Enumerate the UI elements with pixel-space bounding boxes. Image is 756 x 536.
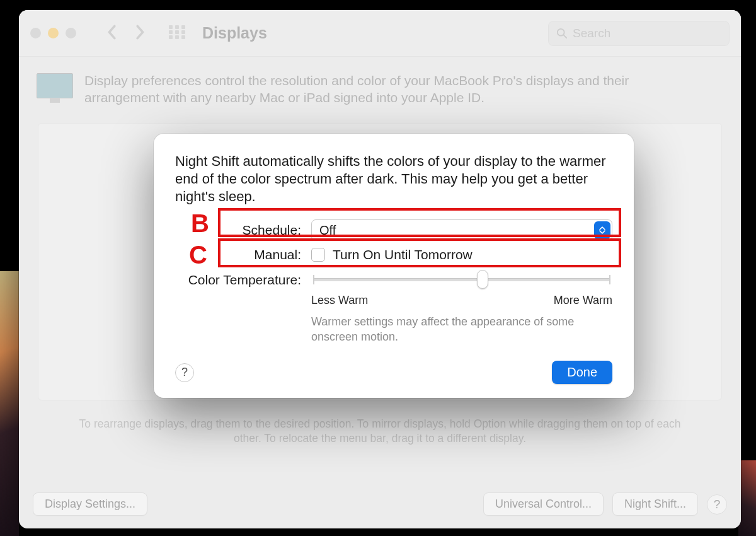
manual-checkbox[interactable]	[311, 248, 325, 262]
search-placeholder: Search	[573, 26, 610, 40]
annotation-label-c: C	[189, 241, 207, 269]
desktop-wallpaper-left	[0, 271, 19, 536]
slider-max-label: More Warm	[554, 294, 612, 307]
annotation-label-b: B	[191, 209, 209, 238]
svg-rect-6	[169, 35, 173, 39]
sheet-description: Night Shift automatically shifts the col…	[175, 153, 612, 206]
desktop-wallpaper-right	[738, 460, 756, 536]
svg-line-10	[564, 35, 567, 38]
slider-min-label: Less Warm	[311, 294, 368, 307]
forward-button[interactable]	[134, 25, 147, 42]
slider-tick-max	[609, 275, 610, 284]
header-description: Display preferences control the resoluti…	[84, 72, 702, 107]
window-zoom-button[interactable]	[66, 28, 76, 38]
night-shift-button[interactable]: Night Shift...	[612, 492, 698, 516]
color-temperature-row: Color Temperature: Less Warm More Warm W…	[175, 272, 612, 344]
sheet-help-button[interactable]: ?	[175, 363, 194, 382]
svg-rect-0	[169, 25, 173, 29]
select-stepper-icon	[594, 221, 610, 239]
manual-checkbox-label: Turn On Until Tomorrow	[333, 247, 472, 262]
svg-rect-3	[169, 30, 173, 34]
slider-thumb[interactable]	[477, 270, 488, 289]
schedule-select[interactable]: Off	[311, 219, 612, 241]
chevron-left-icon	[105, 25, 118, 40]
sheet-footer: ? Done	[175, 361, 612, 384]
color-temperature-label: Color Temperature:	[175, 272, 304, 288]
help-icon: ?	[714, 498, 721, 511]
window-close-button[interactable]	[30, 28, 41, 38]
window-minimize-button[interactable]	[48, 28, 59, 38]
help-button[interactable]: ?	[707, 494, 727, 515]
window-titlebar: Displays Search	[19, 10, 741, 57]
manual-row: Manual: Turn On Until Tomorrow	[175, 247, 612, 262]
color-temperature-slider[interactable]	[311, 272, 612, 288]
svg-rect-5	[181, 30, 185, 34]
show-all-button[interactable]	[168, 25, 193, 42]
help-icon: ?	[181, 366, 188, 379]
back-button[interactable]	[105, 25, 118, 42]
search-input[interactable]: Search	[548, 21, 730, 46]
schedule-select-wrap: Off	[311, 219, 612, 241]
displays-preferences-window: Displays Search Display preferences cont…	[19, 10, 741, 528]
svg-rect-8	[181, 35, 185, 39]
display-settings-button[interactable]: Display Settings...	[33, 492, 147, 516]
done-button[interactable]: Done	[552, 361, 612, 384]
svg-rect-2	[181, 25, 185, 29]
universal-control-button[interactable]: Universal Control...	[483, 492, 604, 516]
nav-arrows	[105, 25, 147, 42]
window-bottom-bar: Display Settings... Universal Control...…	[19, 482, 741, 528]
chevron-right-icon	[134, 25, 147, 40]
schedule-row: Schedule: Off	[175, 219, 612, 241]
slider-tick-min	[313, 275, 314, 284]
night-shift-sheet: Night Shift automatically shifts the col…	[154, 134, 634, 398]
svg-point-9	[558, 28, 564, 35]
display-thumb-icon	[37, 73, 73, 98]
window-traffic-lights	[30, 28, 76, 38]
slider-end-labels: Less Warm More Warm	[311, 294, 612, 307]
arrangement-hint: To rearrange displays, drag them to the …	[19, 400, 741, 446]
window-title: Displays	[202, 24, 267, 42]
slider-track	[313, 278, 610, 281]
slider-note: Warmer settings may affect the appearanc…	[311, 315, 582, 344]
svg-rect-1	[175, 25, 179, 29]
header-description-row: Display preferences control the resoluti…	[19, 57, 741, 118]
svg-rect-7	[175, 35, 179, 39]
svg-rect-4	[175, 30, 179, 34]
schedule-value: Off	[319, 223, 336, 238]
search-icon	[556, 28, 568, 39]
grid-icon	[168, 25, 186, 40]
